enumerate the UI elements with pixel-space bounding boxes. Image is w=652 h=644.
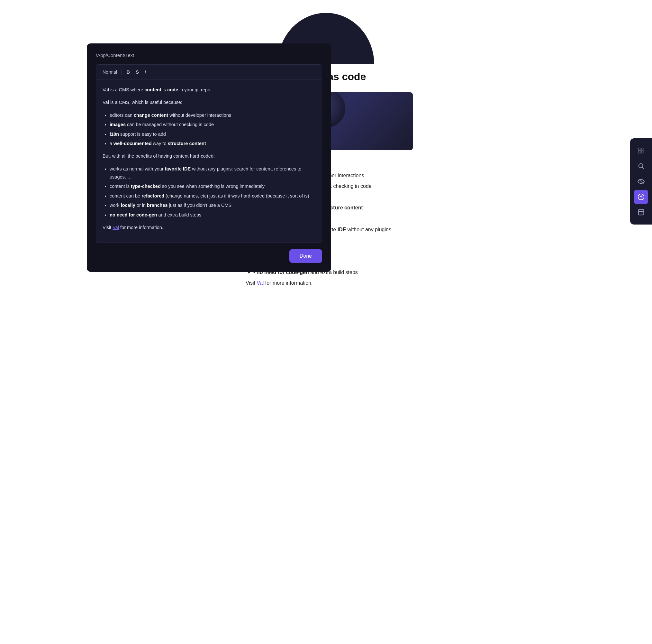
bg-visit: Visit Val for more information. bbox=[246, 279, 406, 287]
list-item: i18n support is easy to add bbox=[110, 130, 316, 138]
hide-button[interactable] bbox=[634, 174, 648, 188]
intro-paragraph: Val is a CMS where content is code in yo… bbox=[103, 86, 316, 94]
list-item: works as normal with your favorite IDE w… bbox=[110, 165, 316, 181]
svg-rect-16 bbox=[639, 151, 641, 153]
section2-list: works as normal with your favorite IDE w… bbox=[110, 165, 316, 219]
list-item: a well-documented way to structure conte… bbox=[110, 139, 316, 148]
editor-content[interactable]: Val is a CMS where content is code in yo… bbox=[96, 79, 322, 242]
section1-list: editors can change content without devel… bbox=[110, 111, 316, 148]
link-button[interactable] bbox=[161, 71, 165, 73]
breadcrumb: /App/Content/Text bbox=[96, 52, 322, 58]
val-link[interactable]: Val bbox=[112, 225, 119, 230]
list-item: no need for code-gen and extra build ste… bbox=[110, 211, 316, 219]
list-item: editors can change content without devel… bbox=[110, 111, 316, 119]
image-button[interactable] bbox=[167, 71, 171, 73]
editor-toolbar: Normal B S I 1. 2. bbox=[96, 65, 322, 79]
svg-line-19 bbox=[642, 167, 644, 169]
done-button[interactable]: Done bbox=[289, 249, 322, 263]
strikethrough-button[interactable]: S bbox=[134, 68, 141, 76]
list-item: work locally or in branches just as if y… bbox=[110, 201, 316, 209]
list-item: images can be managed without checking i… bbox=[110, 121, 316, 129]
publish-button[interactable] bbox=[634, 190, 648, 204]
list-item: content can be refactored (change names,… bbox=[110, 192, 316, 200]
visit-paragraph: Visit Val for more information. bbox=[103, 224, 316, 232]
svg-rect-15 bbox=[642, 148, 644, 150]
bg-val-link[interactable]: Val bbox=[256, 280, 264, 286]
numbered-list-button[interactable]: 1. 2. 3. bbox=[156, 71, 160, 73]
layout-button[interactable] bbox=[634, 205, 648, 220]
bold-button[interactable]: B bbox=[125, 68, 132, 76]
svg-rect-17 bbox=[642, 151, 644, 153]
paragraph-style-button[interactable]: Normal bbox=[101, 69, 119, 75]
svg-rect-14 bbox=[639, 148, 641, 150]
search-button[interactable] bbox=[634, 159, 648, 173]
section1-intro: Val is a CMS, which is useful because: bbox=[103, 98, 316, 106]
italic-button[interactable]: I bbox=[143, 68, 148, 76]
right-sidebar bbox=[630, 138, 652, 225]
bullet-list-button[interactable] bbox=[150, 71, 154, 73]
editor-overlay: /App/Content/Text Normal B S I bbox=[87, 44, 331, 272]
selection-tool-button[interactable] bbox=[634, 144, 648, 158]
overlay-footer: Done bbox=[96, 249, 322, 263]
rich-text-editor[interactable]: Normal B S I 1. 2. bbox=[96, 65, 322, 243]
toolbar-divider-1 bbox=[121, 69, 122, 75]
svg-point-18 bbox=[639, 164, 643, 168]
section2-intro: But, with all the benefits of having con… bbox=[103, 152, 316, 160]
list-item: content is type-checked so you see when … bbox=[110, 182, 316, 190]
